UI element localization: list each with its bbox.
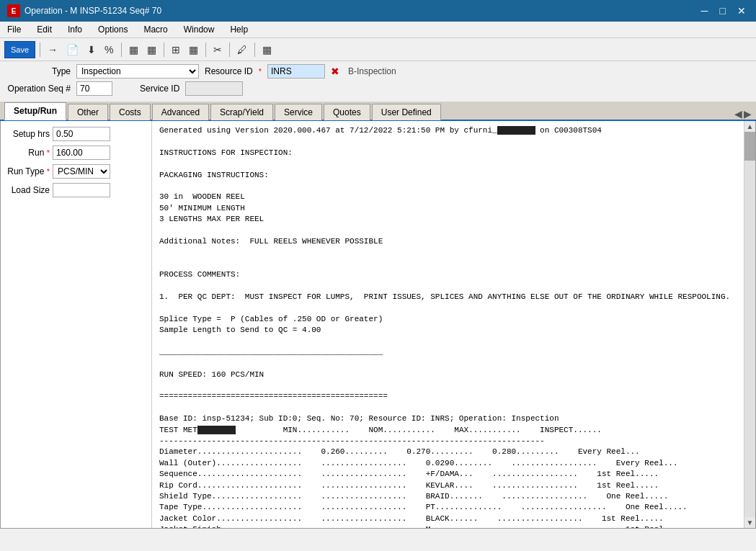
toolbar-grid1-icon[interactable]: ▦ xyxy=(126,42,141,57)
toolbar-separator-6 xyxy=(254,42,255,57)
run-label: Run * xyxy=(6,148,50,158)
text-line-33: Shield Type................... .........… xyxy=(159,491,737,502)
text-line-29: Diameter...................... 0.260....… xyxy=(159,447,737,457)
text-line-2: INSTRUCTIONS FOR INSPECTION: xyxy=(159,148,737,158)
toolbar-cut-icon[interactable]: ✂ xyxy=(210,42,225,57)
text-line-20: ________________________________________… xyxy=(159,347,737,358)
text-line-10: Additional Notes: FULL REELS WHENEVER PO… xyxy=(159,236,737,247)
text-line-5 xyxy=(159,181,737,192)
toolbar-doc-icon[interactable]: 📄 xyxy=(63,42,81,57)
scroll-track[interactable] xyxy=(744,132,755,517)
tab-other[interactable]: Other xyxy=(68,104,108,120)
content-panel: Setup hrs Run * Run Type * PCS/MIN HRS/P… xyxy=(0,121,756,529)
text-line-18: Sample Length to Send to QC = 4.00 xyxy=(159,325,737,336)
toolbar-edit-icon[interactable]: 🖊 xyxy=(234,42,250,57)
text-line-25 xyxy=(159,403,737,413)
tab-setup-run[interactable]: Setup/Run xyxy=(4,102,66,120)
run-row: Run * xyxy=(6,145,146,160)
toolbar-grid2-icon[interactable]: ▦ xyxy=(144,42,159,57)
menu-info[interactable]: Info xyxy=(65,23,85,36)
save-button[interactable]: Save xyxy=(4,41,35,58)
scroll-thumb[interactable] xyxy=(744,132,755,161)
resource-id-input[interactable] xyxy=(267,64,325,79)
text-line-0: Generated using Version 2020.000.467 at … xyxy=(159,125,737,136)
text-line-16 xyxy=(159,303,737,313)
right-panel: Generated using Version 2020.000.467 at … xyxy=(152,121,744,528)
toolbar-percent-icon[interactable]: % xyxy=(102,42,116,57)
text-line-34: Tape Type..................... .........… xyxy=(159,502,737,513)
text-line-28: ----------------------------------------… xyxy=(159,436,737,447)
toolbar-separator-2 xyxy=(121,42,122,57)
text-line-14 xyxy=(159,280,737,291)
text-line-4: PACKAGING INSTRUCTIONS: xyxy=(159,170,737,181)
title-bar-controls[interactable]: ─ □ ✕ xyxy=(698,5,749,17)
menu-file[interactable]: File xyxy=(4,23,24,36)
text-line-7: 50' MINIMUM LENGTH xyxy=(159,203,737,214)
tab-scrap-yield[interactable]: Scrap/Yield xyxy=(210,104,273,120)
load-size-label: Load Size xyxy=(6,185,50,195)
text-line-3 xyxy=(159,158,737,169)
text-line-22: RUN SPEED: 160 PCS/MIN xyxy=(159,369,737,380)
setup-hrs-input[interactable] xyxy=(53,127,110,141)
op-seq-input[interactable] xyxy=(76,81,112,96)
text-line-6: 30 in WOODEN REEL xyxy=(159,192,737,202)
app-logo: E xyxy=(7,4,20,17)
setup-hrs-label: Setup hrs xyxy=(6,129,50,139)
text-line-21 xyxy=(159,358,737,369)
menu-bar: File Edit Info Options Macro Window Help xyxy=(0,22,756,38)
minimize-button[interactable]: ─ xyxy=(698,5,711,17)
scrollbar[interactable]: ▲ ▼ xyxy=(744,121,755,528)
left-panel: Setup hrs Run * Run Type * PCS/MIN HRS/P… xyxy=(1,121,152,528)
opseq-row: Operation Seq # Service ID xyxy=(6,81,750,96)
toolbar-grid3-icon[interactable]: ⊞ xyxy=(169,42,183,57)
tab-advanced[interactable]: Advanced xyxy=(152,104,209,120)
tab-service[interactable]: Service xyxy=(275,104,322,120)
text-line-27: TEST METXXXXXXXX MIN........... NOM.....… xyxy=(159,425,737,436)
tab-bar: Setup/Run Other Costs Advanced Scrap/Yie… xyxy=(0,102,756,121)
resource-id-clear-icon[interactable]: ✖ xyxy=(331,66,339,77)
toolbar-grid4-icon[interactable]: ▦ xyxy=(186,42,201,57)
text-line-30: Wall (Outer).................. .........… xyxy=(159,458,737,469)
text-line-9 xyxy=(159,225,737,236)
toolbar-grid5-icon[interactable]: ▦ xyxy=(259,42,275,57)
tab-quotes[interactable]: Quotes xyxy=(324,104,370,120)
toolbar-separator-1 xyxy=(40,42,40,57)
text-line-8: 3 LENGTHS MAX PER REEL xyxy=(159,214,737,225)
menu-edit[interactable]: Edit xyxy=(34,23,55,36)
load-size-input[interactable] xyxy=(53,183,110,197)
type-select[interactable]: Inspection xyxy=(76,64,199,79)
close-button[interactable]: ✕ xyxy=(734,5,749,17)
tab-prev-icon[interactable]: ◀ xyxy=(734,108,742,120)
type-row: Type Inspection Resource ID * ✖ B-Inspec… xyxy=(6,64,750,79)
window-title: Operation - M INSP-51234 Seq# 70 xyxy=(25,6,161,16)
resource-name-label: B-Inspection xyxy=(348,66,396,76)
text-line-32: Rip Cord...................... .........… xyxy=(159,480,737,491)
toolbar-arrow-icon[interactable]: → xyxy=(45,42,61,57)
text-line-1 xyxy=(159,136,737,147)
header-form: Type Inspection Resource ID * ✖ B-Inspec… xyxy=(0,61,756,99)
maximize-button[interactable]: □ xyxy=(717,5,729,17)
toolbar-down-icon[interactable]: ⬇ xyxy=(84,42,99,57)
toolbar-separator-3 xyxy=(164,42,164,57)
resource-id-label: Resource ID xyxy=(205,66,253,76)
menu-window[interactable]: Window xyxy=(181,23,218,36)
run-input[interactable] xyxy=(53,145,110,160)
scroll-down-arrow[interactable]: ▼ xyxy=(745,517,755,528)
service-id-input[interactable] xyxy=(185,81,243,96)
scroll-up-arrow[interactable]: ▲ xyxy=(745,121,755,132)
menu-macro[interactable]: Macro xyxy=(141,23,170,36)
tab-costs[interactable]: Costs xyxy=(110,104,151,120)
title-bar: E Operation - M INSP-51234 Seq# 70 ─ □ ✕ xyxy=(0,0,756,22)
menu-help[interactable]: Help xyxy=(227,23,251,36)
text-line-19 xyxy=(159,336,737,346)
tab-user-defined[interactable]: User Defined xyxy=(372,104,441,120)
tab-nav-arrows: ◀ ▶ xyxy=(734,108,752,120)
op-seq-label: Operation Seq # xyxy=(6,84,71,94)
toolbar-separator-5 xyxy=(229,42,230,57)
run-type-select[interactable]: PCS/MIN HRS/PC PCS/HR xyxy=(53,164,110,179)
title-bar-left: E Operation - M INSP-51234 Seq# 70 xyxy=(7,4,161,17)
tab-next-icon[interactable]: ▶ xyxy=(744,108,752,120)
type-label: Type xyxy=(6,66,71,76)
menu-options[interactable]: Options xyxy=(95,23,130,36)
service-id-label: Service ID xyxy=(140,84,179,94)
